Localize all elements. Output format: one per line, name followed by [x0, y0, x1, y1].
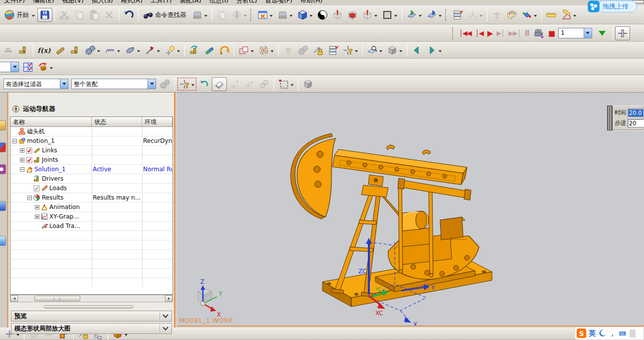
chevron-down-icon[interactable] — [160, 324, 170, 333]
step-forward-button[interactable]: ▶│ — [494, 26, 506, 40]
resource-tab-2[interactable] — [0, 142, 6, 152]
resource-tab-4[interactable] — [0, 201, 6, 211]
expand-minus-icon[interactable] — [12, 139, 17, 143]
frame-combo[interactable]: 1 — [558, 28, 592, 38]
add-snap-dropdown-icon[interactable] — [16, 334, 19, 338]
return-tool-button[interactable] — [409, 43, 424, 57]
wcs-display-dropdown-icon[interactable] — [480, 15, 483, 18]
save-button[interactable] — [37, 8, 52, 22]
command-finder-button[interactable]: 命令查找器 — [141, 8, 190, 22]
entity-filter-button[interactable] — [385, 43, 405, 57]
solid-body-filter-button[interactable] — [301, 77, 316, 91]
tree-row-results[interactable]: ResultsResults may n... — [10, 193, 172, 203]
measure-angle-dropdown-icon[interactable] — [573, 15, 576, 18]
delete-button[interactable] — [102, 8, 117, 22]
menu-item-10[interactable]: 首选项(P) — [265, 0, 293, 5]
start-button[interactable]: 开始 — [2, 8, 37, 22]
undo-button[interactable] — [121, 8, 136, 22]
joint-button[interactable] — [68, 43, 83, 57]
step-input[interactable]: 20 — [628, 119, 644, 127]
measure-angle-button[interactable] — [559, 8, 579, 22]
clip-section-a-dropdown-icon[interactable] — [419, 15, 422, 18]
menu-item-2[interactable]: 编辑(E) — [33, 0, 54, 5]
show-hide-button[interactable] — [519, 8, 539, 22]
column-status[interactable]: 状态 — [92, 117, 142, 126]
pumpjack-horsehead[interactable] — [291, 133, 335, 219]
gear-pair-dropdown-icon[interactable] — [97, 50, 100, 54]
rendering-style-button[interactable] — [295, 8, 315, 22]
spring-button[interactable] — [103, 43, 123, 57]
cut-button[interactable] — [57, 8, 72, 22]
smart-tool-dropdown-icon[interactable] — [355, 50, 358, 54]
resource-tab-3[interactable] — [0, 164, 6, 174]
driver-button[interactable] — [187, 43, 202, 57]
menu-item-4[interactable]: 插入(S) — [92, 0, 113, 5]
resource-tab-1[interactable] — [0, 120, 6, 130]
expand-plus-icon[interactable] — [35, 205, 39, 210]
menu-item-3[interactable]: 视图(V) — [62, 0, 84, 5]
panel-splitter[interactable] — [44, 305, 134, 309]
chevron-down-icon[interactable] — [160, 312, 170, 321]
preview-section-bar[interactable]: 预览 — [11, 311, 172, 322]
select-eraser-button[interactable] — [212, 77, 227, 91]
show-display-button[interactable] — [275, 8, 295, 22]
point-up-button[interactable] — [227, 77, 242, 91]
spring-dropdown-icon[interactable] — [117, 50, 120, 54]
function-button[interactable]: f(x) — [35, 43, 53, 57]
pin-view-button[interactable] — [360, 8, 380, 22]
resource-tab-5[interactable] — [0, 236, 6, 246]
expand-plus-icon[interactable] — [20, 158, 24, 162]
toolbar-grip[interactable] — [452, 27, 455, 39]
tree-row-links[interactable]: Links — [10, 146, 172, 155]
smart-tool-button[interactable] — [340, 43, 360, 57]
solid-in-wireframe-button[interactable] — [345, 8, 360, 22]
window-display-dropdown-icon[interactable] — [270, 15, 273, 18]
measure-trace-dropdown-icon[interactable] — [271, 50, 274, 54]
layer-settings-button[interactable] — [450, 8, 465, 22]
tree-row-motion-1[interactable]: motion_1RecurDyn — [10, 136, 172, 146]
expand-plus-icon[interactable] — [20, 148, 24, 153]
frame-combo-dropdown-icon[interactable] — [584, 28, 592, 38]
go-to-start-button[interactable]: │◀◀ — [457, 26, 474, 40]
ime-punctuation-toggle[interactable]: ， — [609, 329, 616, 338]
pause-button[interactable]: Ⅱ — [523, 26, 531, 40]
marker-dropdown-icon[interactable] — [157, 50, 160, 54]
selection-scope-dropdown-icon[interactable] — [148, 79, 156, 89]
clip-section-b-dropdown-icon[interactable] — [439, 15, 442, 18]
copy-button[interactable] — [72, 8, 87, 22]
selection-filter[interactable]: 有选择过滤器 — [3, 79, 68, 89]
show-hide-dropdown-icon[interactable] — [534, 15, 537, 18]
link-button[interactable] — [53, 43, 68, 57]
interference-dropdown-icon[interactable] — [251, 50, 254, 54]
smart-point-button[interactable] — [162, 43, 182, 57]
menu-item-7[interactable]: 装配(A) — [179, 0, 201, 5]
chain-select-button[interactable] — [257, 77, 272, 91]
edit-object-display-button[interactable] — [504, 8, 519, 22]
load-transfer-button[interactable] — [311, 43, 325, 57]
marker-button[interactable] — [143, 43, 162, 57]
column-name[interactable]: 名称 — [10, 117, 92, 126]
scroll-right-button[interactable] — [165, 295, 172, 302]
menu-item-5[interactable]: 格式(R) — [121, 0, 143, 5]
point-forward-button[interactable] — [242, 77, 257, 91]
clip-section-a-button[interactable] — [404, 8, 424, 22]
tree-row-solution-1[interactable]: Solution_1ActiveNormal Ru — [10, 165, 172, 174]
step-back-button[interactable]: │◀ — [474, 26, 485, 40]
measure-distance-button[interactable] — [544, 8, 559, 22]
tree-row--[interactable]: 磕头机 — [10, 127, 172, 136]
menu-item-9[interactable]: 分析(L) — [236, 0, 257, 5]
menu-item-11[interactable]: 帮助(H) — [301, 0, 322, 5]
object-info-dropdown-icon[interactable] — [244, 15, 247, 18]
copy-display-button[interactable] — [214, 8, 229, 22]
keyboard-icon[interactable] — [618, 330, 627, 338]
expand-plus-icon[interactable] — [35, 215, 39, 219]
play-button[interactable]: ▶ — [485, 26, 495, 40]
measure-trace-button[interactable] — [256, 43, 276, 57]
plane-search-button[interactable] — [365, 43, 385, 57]
render-mode-button[interactable] — [315, 8, 330, 22]
rectangle-select-dropdown-icon[interactable] — [291, 84, 294, 88]
menu-item-1[interactable]: 文件(F) — [4, 0, 25, 5]
drag-upload-button[interactable]: 拖拽上传 — [587, 0, 637, 13]
menu-item-8[interactable]: 信息(I) — [209, 0, 228, 5]
snapshot-pin-button[interactable] — [330, 8, 345, 22]
